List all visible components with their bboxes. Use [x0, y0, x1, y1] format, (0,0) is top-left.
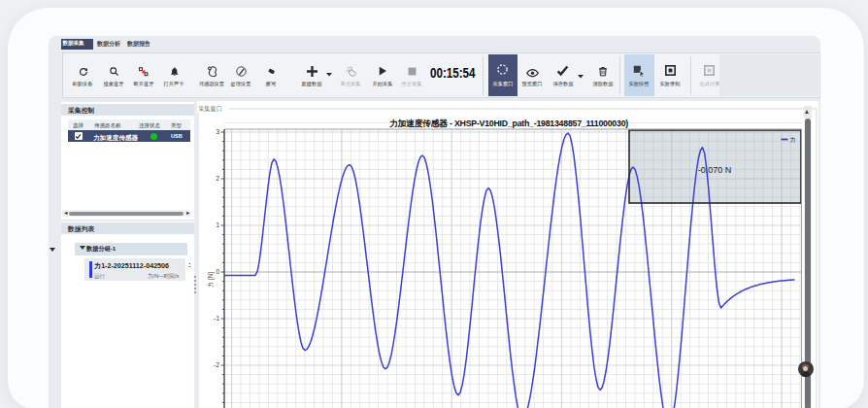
svg-text:-2: -2: [214, 361, 219, 368]
svg-text:力 [N]: 力 [N]: [207, 272, 215, 288]
svg-text:力加速度传感器 - XHSP-V10HID_path_-19: 力加速度传感器 - XHSP-V10HID_path_-1981348857_1…: [388, 119, 628, 128]
svg-text:1: 1: [216, 221, 219, 228]
svg-text:力: 力: [790, 136, 796, 143]
svg-text:-1: -1: [214, 315, 219, 322]
svg-text:3: 3: [216, 128, 219, 135]
svg-text:-0.070 N: -0.070 N: [698, 165, 732, 175]
svg-text:采集窗口: 采集窗口: [198, 105, 222, 113]
svg-text:2: 2: [216, 175, 219, 182]
svg-text:0: 0: [216, 268, 219, 275]
